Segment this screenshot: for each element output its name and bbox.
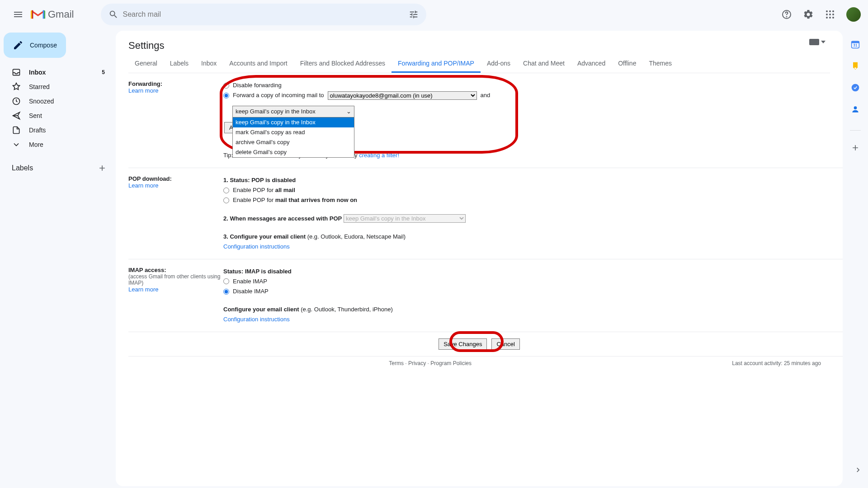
pop-enable-now-radio[interactable] [223, 197, 229, 203]
forward-and-text: and [481, 90, 491, 100]
svg-point-19 [854, 106, 857, 109]
forward-action-selected[interactable]: keep Gmail's copy in the Inbox ⌄ [233, 106, 354, 117]
disable-forwarding-radio[interactable] [223, 83, 229, 89]
imap-learn-more-link[interactable]: Learn more [128, 286, 158, 293]
imap-disable-radio[interactable] [223, 289, 229, 295]
search-options-icon[interactable] [405, 5, 423, 23]
pop-when-accessed: 2. When messages are accessed with POP [223, 215, 342, 222]
add-label-icon[interactable] [98, 164, 107, 173]
inbox-count: 5 [102, 69, 105, 75]
program-policies-link[interactable]: Program Policies [430, 360, 472, 366]
labels-header: Labels [12, 164, 33, 172]
tab-addons[interactable]: Add-ons [481, 55, 517, 73]
sidebar-item-label: Drafts [29, 127, 46, 134]
sidebar-item-label: More [29, 141, 43, 148]
imap-enable-label: Enable IMAP [233, 277, 267, 286]
dropdown-option[interactable]: archive Gmail's copy [233, 137, 354, 147]
settings-panel: Settings General Labels Inbox Accounts a… [116, 31, 843, 486]
forward-copy-radio[interactable] [223, 93, 229, 99]
search-input[interactable] [123, 10, 405, 19]
tab-accounts[interactable]: Accounts and Import [223, 55, 293, 73]
forward-copy-label: Forward a copy of incoming mail to [233, 90, 324, 100]
side-panel: 31 [843, 29, 868, 488]
sidebar-item-snoozed[interactable]: Snoozed [0, 94, 110, 108]
tab-themes[interactable]: Themes [642, 55, 678, 73]
sidebar-item-label: Snoozed [29, 98, 54, 105]
create-filter-link[interactable]: creating a filter! [359, 152, 399, 159]
tab-offline[interactable]: Offline [612, 55, 642, 73]
sidebar-item-label: Inbox [29, 69, 46, 76]
svg-text:31: 31 [853, 43, 858, 47]
svg-point-9 [829, 17, 831, 19]
imap-status: IMAP is disabled [245, 268, 292, 275]
pop-label: POP download: [128, 175, 223, 182]
svg-point-2 [826, 10, 828, 12]
pop-learn-more-link[interactable]: Learn more [128, 182, 158, 189]
gmail-logo[interactable]: Gmail [31, 9, 74, 20]
apps-icon[interactable] [821, 5, 839, 23]
sidebar-item-sent[interactable]: Sent [0, 108, 110, 123]
svg-point-10 [832, 17, 834, 19]
sidebar-item-drafts[interactable]: Drafts [0, 123, 110, 137]
sidebar: Compose Inbox 5 Starred Snoozed Sent [0, 29, 116, 488]
tasks-icon[interactable] [851, 83, 860, 92]
tab-forwarding[interactable]: Forwarding and POP/IMAP [392, 55, 481, 73]
svg-rect-17 [854, 67, 856, 69]
dropdown-option[interactable]: delete Gmail's copy [233, 147, 354, 157]
calendar-icon[interactable]: 31 [851, 40, 860, 49]
imap-enable-radio[interactable] [223, 278, 229, 284]
save-changes-button[interactable]: Save Changes [439, 338, 487, 350]
compose-button[interactable]: Compose [4, 33, 66, 58]
divider [850, 130, 861, 131]
privacy-link[interactable]: Privacy [408, 360, 426, 366]
forward-action-dropdown[interactable]: keep Gmail's copy in the Inbox ⌄ keep Gm… [232, 106, 354, 158]
chevron-down-icon: ⌄ [346, 107, 351, 117]
svg-point-6 [829, 14, 831, 15]
cancel-button[interactable]: Cancel [491, 338, 519, 350]
svg-point-1 [787, 17, 787, 17]
search-icon[interactable] [104, 5, 123, 23]
dropdown-option[interactable]: mark Gmail's copy as read [233, 127, 354, 137]
add-addon-icon[interactable] [851, 143, 860, 152]
dropdown-option[interactable]: keep Gmail's copy in the Inbox [233, 117, 354, 127]
tab-advanced[interactable]: Advanced [571, 55, 612, 73]
tab-chat[interactable]: Chat and Meet [517, 55, 571, 73]
sidebar-item-starred[interactable]: Starred [0, 80, 110, 94]
account-avatar[interactable] [846, 7, 861, 22]
main-menu-button[interactable] [7, 4, 29, 25]
terms-link[interactable]: Terms [389, 360, 404, 366]
keep-icon[interactable] [851, 61, 860, 70]
tab-general[interactable]: General [128, 55, 164, 73]
svg-rect-13 [809, 39, 819, 45]
tab-labels[interactable]: Labels [164, 55, 195, 73]
svg-point-4 [832, 10, 834, 12]
svg-point-3 [829, 10, 831, 12]
input-tools-button[interactable] [809, 39, 826, 45]
sidebar-item-inbox[interactable]: Inbox 5 [0, 65, 110, 80]
imap-disable-label: Disable IMAP [233, 286, 269, 296]
account-activity[interactable]: Last account activity: 25 minutes ago [732, 360, 821, 366]
svg-point-8 [826, 17, 828, 19]
forward-email-select[interactable]: oluwatayokayode8@gmail.com (in use) [328, 91, 477, 100]
help-icon[interactable] [778, 5, 796, 23]
header: Gmail [0, 0, 868, 29]
sidebar-item-label: Starred [29, 83, 50, 90]
sidebar-item-label: Sent [29, 112, 42, 119]
settings-icon[interactable] [799, 5, 817, 23]
forwarding-label: Forwarding: [128, 80, 223, 87]
imap-label: IMAP access: [128, 267, 223, 273]
pop-enable-all-radio[interactable] [223, 188, 229, 193]
contacts-icon[interactable] [851, 105, 860, 114]
tab-inbox[interactable]: Inbox [195, 55, 223, 73]
svg-point-18 [852, 84, 859, 92]
forwarding-learn-more-link[interactable]: Learn more [128, 87, 158, 94]
pop-action-select: keep Gmail's copy in the Inbox [344, 214, 466, 223]
pop-status: POP is disabled [251, 177, 296, 183]
tab-filters[interactable]: Filters and Blocked Addresses [294, 55, 392, 73]
search-bar[interactable] [101, 4, 426, 25]
sidebar-item-more[interactable]: More [0, 137, 110, 152]
pop-config-link[interactable]: Configuration instructions [223, 243, 290, 250]
imap-config-link[interactable]: Configuration instructions [223, 316, 290, 323]
settings-tabs: General Labels Inbox Accounts and Import… [128, 55, 830, 73]
hide-panel-icon[interactable] [854, 465, 863, 474]
